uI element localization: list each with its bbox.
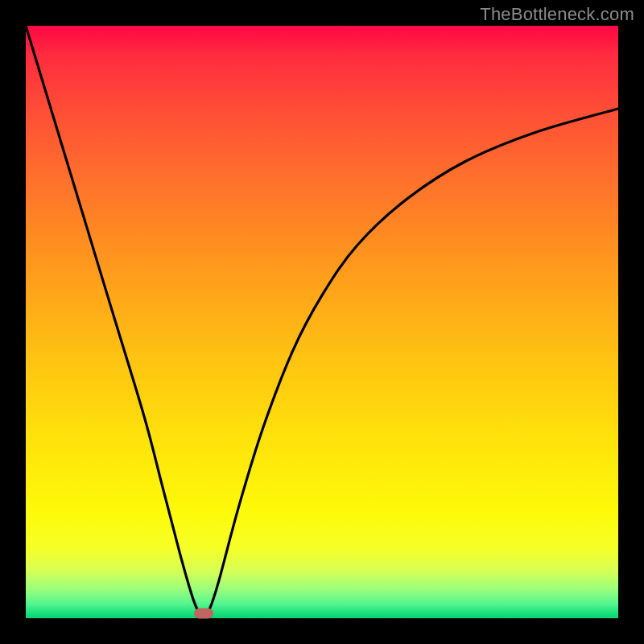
plot-area (26, 26, 618, 618)
chart-frame: TheBottleneck.com (0, 0, 644, 644)
watermark-text: TheBottleneck.com (480, 4, 634, 25)
bottleneck-curve (26, 26, 618, 618)
optimum-marker (194, 609, 213, 619)
